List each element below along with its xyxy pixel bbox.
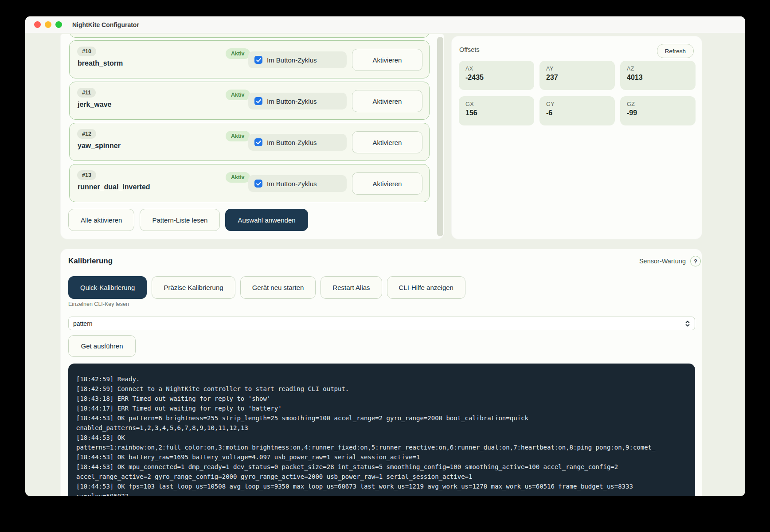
pattern-id-badge: #13	[77, 170, 96, 180]
checkbox-checked-icon[interactable]	[254, 138, 262, 146]
show-cli-help-button[interactable]: CLI-Hilfe anzeigen	[387, 276, 465, 299]
refresh-button[interactable]: Refresh	[657, 44, 694, 58]
offset-cell-gz: GZ -99	[620, 96, 696, 125]
offset-value: -2435	[465, 74, 528, 82]
terminal-line: samples=506027	[76, 491, 687, 496]
button-cycle-label: Im Button-Zyklus	[267, 139, 317, 146]
title-bar: NightKite Configurator	[25, 16, 745, 33]
activate-button[interactable]: Aktivieren	[352, 90, 422, 112]
offset-cell-az: AZ 4013	[620, 61, 696, 90]
zoom-icon[interactable]	[55, 21, 62, 28]
help-icon[interactable]: ?	[690, 256, 701, 266]
offset-value: 237	[546, 74, 608, 82]
pattern-id-badge: #12	[77, 129, 96, 139]
offset-value: 4013	[627, 74, 689, 82]
pattern-card: #10 breath_storm Aktiv Im Button-Zyklus …	[69, 40, 430, 78]
calibration-panel: Kalibrierung Sensor-Wartung ? Quick-Kali…	[60, 249, 702, 496]
offset-label: GX	[465, 101, 528, 107]
pattern-name: breath_storm	[78, 59, 123, 67]
content-area: #10 breath_storm Aktiv Im Button-Zyklus …	[25, 34, 745, 496]
offset-label: AZ	[627, 66, 689, 72]
offset-label: GY	[546, 101, 608, 107]
pattern-card: #11 jerk_wave Aktiv Im Button-Zyklus Akt…	[69, 82, 430, 120]
close-icon[interactable]	[34, 21, 41, 28]
status-badge: Aktiv	[226, 90, 250, 100]
terminal-line: [18:44:53] OK fps=103 last_loop_us=10508…	[76, 481, 687, 491]
terminal-line: [18:42:59] Connect to a NightKite contro…	[76, 384, 687, 394]
activate-button[interactable]: Aktivieren	[352, 131, 422, 153]
pattern-card-clipped	[69, 34, 430, 38]
status-badge: Aktiv	[226, 48, 250, 59]
offset-value: 156	[465, 109, 528, 117]
status-badge: Aktiv	[226, 131, 250, 141]
offsets-panel: Offsets Refresh AX -2435 AY 237 AZ 4013 …	[451, 36, 702, 239]
pattern-card: #13 runner_dual_inverted Aktiv Im Button…	[69, 164, 430, 202]
terminal-line: [18:44:53] OK mpu_connected=1 dmp_ready=…	[76, 462, 687, 472]
offset-label: AY	[546, 66, 608, 72]
select-stepper-icon	[685, 320, 690, 327]
calibration-title: Kalibrierung	[68, 257, 113, 266]
calibration-actions: Quick-Kalibrierung Präzise Kalibrierung …	[68, 276, 465, 299]
cli-output-terminal[interactable]: [18:42:59] Ready. [18:42:59] Connect to …	[68, 364, 695, 496]
terminal-line: [18:42:59] Ready.	[76, 374, 687, 384]
scrollbar-thumb[interactable]	[437, 37, 443, 236]
offset-label: GZ	[627, 101, 689, 107]
window-title: NightKite Configurator	[72, 21, 139, 28]
button-cycle-toggle[interactable]: Im Button-Zyklus	[248, 93, 347, 110]
offset-cell-gy: GY -6	[539, 96, 615, 125]
offset-cell-gx: GX 156	[459, 96, 534, 125]
offsets-grid: AX -2435 AY 237 AZ 4013 GX 156 GY -6	[459, 61, 696, 125]
cli-key-section-label: Einzelnen CLI-Key lesen	[68, 301, 129, 307]
pattern-name: yaw_spinner	[78, 142, 121, 150]
app-window: NightKite Configurator #10 breath_storm …	[25, 16, 745, 496]
cli-key-select-value: pattern	[73, 320, 93, 327]
button-cycle-label: Im Button-Zyklus	[267, 56, 317, 64]
terminal-line: [18:44:53] OK battery_raw=1695 battery_v…	[76, 452, 687, 462]
offsets-title: Offsets	[459, 46, 480, 53]
pattern-footer-actions: Alle aktivieren Pattern-Liste lesen Ausw…	[68, 209, 308, 231]
precise-calibration-button[interactable]: Präzise Kalibrierung	[152, 276, 235, 299]
terminal-line: [18:44:53] OK pattern=6 brightness=255 s…	[76, 413, 687, 423]
restart-alias-button[interactable]: Restart Alias	[321, 276, 382, 299]
restart-device-button[interactable]: Gerät neu starten	[240, 276, 316, 299]
terminal-line: [18:43:18] ERR Timed out waiting for rep…	[76, 394, 687, 403]
terminal-line: patterns=1:rainbow:on,2:full_color:on,3:…	[76, 442, 687, 452]
apply-selection-button[interactable]: Auswahl anwenden	[225, 209, 308, 231]
offset-cell-ay: AY 237	[539, 61, 615, 90]
offset-value: -99	[627, 109, 689, 117]
pattern-list-panel: #10 breath_storm Aktiv Im Button-Zyklus …	[60, 34, 444, 239]
terminal-line: [18:44:53] OK	[76, 433, 687, 442]
pattern-id-badge: #11	[77, 88, 96, 98]
checkbox-checked-icon[interactable]	[254, 97, 262, 105]
activate-button[interactable]: Aktivieren	[352, 49, 422, 71]
button-cycle-label: Im Button-Zyklus	[267, 180, 317, 188]
traffic-lights	[34, 21, 62, 28]
button-cycle-toggle[interactable]: Im Button-Zyklus	[248, 175, 347, 192]
minimize-icon[interactable]	[45, 21, 51, 28]
pattern-card: #12 yaw_spinner Aktiv Im Button-Zyklus A…	[69, 123, 430, 161]
run-get-button[interactable]: Get ausführen	[68, 335, 136, 357]
offset-value: -6	[546, 109, 608, 117]
activate-all-button[interactable]: Alle aktivieren	[68, 209, 134, 231]
pattern-name: jerk_wave	[78, 101, 112, 109]
terminal-line: accel_range_active=2 gyro_range_config=2…	[76, 472, 687, 481]
checkbox-checked-icon[interactable]	[254, 180, 262, 188]
button-cycle-toggle[interactable]: Im Button-Zyklus	[248, 51, 347, 68]
button-cycle-label: Im Button-Zyklus	[267, 98, 317, 105]
terminal-line: [18:44:17] ERR Timed out waiting for rep…	[76, 403, 687, 413]
sensor-maintenance-label: Sensor-Wartung	[639, 258, 686, 265]
pattern-name: runner_dual_inverted	[78, 183, 150, 191]
sensor-maintenance: Sensor-Wartung ?	[639, 256, 701, 266]
read-pattern-list-button[interactable]: Pattern-Liste lesen	[140, 209, 220, 231]
quick-calibration-button[interactable]: Quick-Kalibrierung	[68, 276, 147, 299]
offset-label: AX	[465, 66, 528, 72]
cli-key-select[interactable]: pattern	[68, 317, 695, 330]
activate-button[interactable]: Aktivieren	[352, 172, 422, 195]
offset-cell-ax: AX -2435	[459, 61, 534, 90]
button-cycle-toggle[interactable]: Im Button-Zyklus	[248, 134, 347, 151]
checkbox-checked-icon[interactable]	[254, 56, 262, 64]
pattern-id-badge: #10	[77, 47, 96, 56]
terminal-line: enabled_patterns=1,2,3,4,5,6,7,8,9,10,11…	[76, 423, 687, 433]
status-badge: Aktiv	[226, 172, 250, 183]
